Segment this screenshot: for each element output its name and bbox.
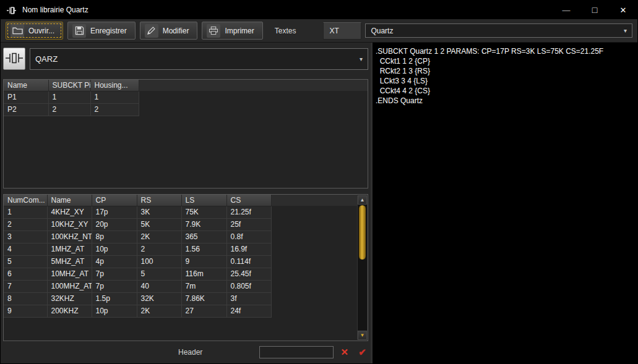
print-button[interactable]: Imprimer <box>202 22 262 40</box>
minimize-button[interactable]: — <box>552 1 580 19</box>
table-cell[interactable]: 1 <box>48 91 90 103</box>
table-cell[interactable]: 9 <box>181 255 226 268</box>
table-cell[interactable]: 4p <box>92 255 137 268</box>
table-cell[interactable]: 27 <box>181 305 226 317</box>
column-header[interactable]: Name <box>4 80 48 91</box>
column-header[interactable]: CP <box>92 195 137 206</box>
table-cell[interactable]: 32K <box>137 292 181 305</box>
table-cell[interactable]: 10KHZ_XY <box>47 218 92 231</box>
library-select[interactable]: Quartz ▾ <box>365 23 632 38</box>
table-cell[interactable]: 32KHZ <box>47 292 92 305</box>
table-cell[interactable]: 2 <box>48 103 90 116</box>
table-row[interactable]: 14KHZ_XY17p3K75K21.25f <box>4 206 357 218</box>
column-header[interactable]: Name <box>47 195 92 206</box>
table-cell[interactable]: 2 <box>4 218 47 231</box>
table-cell[interactable]: 25.45f <box>226 268 271 280</box>
table-cell[interactable]: 10MHZ_AT <box>47 268 92 280</box>
edit-button[interactable]: Modifier <box>140 22 198 40</box>
table-cell[interactable]: 7.86K <box>181 292 226 305</box>
cancel-button[interactable]: ✕ <box>338 345 350 359</box>
table-cell[interactable]: 7.9K <box>181 218 226 231</box>
table-cell[interactable]: 5K <box>137 218 181 231</box>
table-row[interactable]: P222 <box>4 103 368 116</box>
crystal-symbol-button[interactable] <box>3 48 25 70</box>
table-cell[interactable]: 10p <box>92 243 137 255</box>
table-cell[interactable]: 10p <box>92 305 137 317</box>
table-cell[interactable]: 1 <box>4 206 47 218</box>
save-button[interactable]: Enregistrer <box>67 22 136 40</box>
validate-button[interactable]: ✔ <box>356 345 368 359</box>
table-row[interactable]: 55MHZ_AT4p10090.114f <box>4 255 357 268</box>
header-input[interactable] <box>259 346 334 358</box>
table-cell[interactable]: 1.56 <box>181 243 226 255</box>
column-header[interactable]: RS <box>137 195 181 206</box>
column-header[interactable]: CS <box>226 195 271 206</box>
column-header[interactable]: SUBCKT Pin <box>48 80 90 91</box>
table-cell[interactable]: 9 <box>4 305 47 317</box>
table-cell[interactable]: 6 <box>4 268 47 280</box>
table-cell[interactable]: 1MHZ_AT <box>47 243 92 255</box>
table-cell[interactable]: 40 <box>137 280 181 292</box>
table-cell[interactable]: 21.25f <box>226 206 271 218</box>
component-select[interactable]: QARZ ▾ <box>30 48 368 70</box>
table-row[interactable]: 7100MHZ_AT7p407m0.805f <box>4 280 357 292</box>
table-cell[interactable]: 116m <box>181 268 226 280</box>
table-cell[interactable]: 7m <box>181 280 226 292</box>
table-cell[interactable]: 75K <box>181 206 226 218</box>
table-cell[interactable]: 3K <box>137 206 181 218</box>
table-cell[interactable]: 8 <box>4 292 47 305</box>
table-row[interactable]: 9200KHZ10p2K2724f <box>4 305 357 317</box>
table-cell[interactable]: 7p <box>92 280 137 292</box>
column-header[interactable]: Housing... <box>90 80 139 91</box>
table-cell[interactable]: 0.805f <box>226 280 271 292</box>
table-row[interactable]: 832KHZ1.5p32K7.86K3f <box>4 292 357 305</box>
scrollbar-thumb[interactable] <box>359 205 366 260</box>
table-row[interactable]: P111 <box>4 91 368 103</box>
maximize-button[interactable]: □ <box>580 1 609 19</box>
table-cell[interactable]: 100MHZ_AT <box>47 280 92 292</box>
tab-xt[interactable]: XT <box>323 22 361 40</box>
scroll-up-button[interactable]: ▲ <box>358 195 367 205</box>
table-cell[interactable]: 200KHZ <box>47 305 92 317</box>
table-row[interactable]: 3100KHZ_NT8p2K3650.8f <box>4 231 357 243</box>
table-cell[interactable]: 4 <box>4 243 47 255</box>
table-cell[interactable]: 3 <box>4 231 47 243</box>
table-cell[interactable]: 7p <box>92 268 137 280</box>
table-cell[interactable]: 5 <box>4 255 47 268</box>
table-cell[interactable]: 16.9f <box>226 243 271 255</box>
table-cell[interactable]: 365 <box>181 231 226 243</box>
table-cell[interactable]: 8p <box>92 231 137 243</box>
table-cell[interactable]: 3f <box>226 292 271 305</box>
table-cell[interactable]: 2 <box>137 243 181 255</box>
table-cell[interactable]: 2K <box>137 231 181 243</box>
table-cell[interactable]: 1 <box>90 91 139 103</box>
table-cell[interactable]: 17p <box>92 206 137 218</box>
table-row[interactable]: 610MHZ_AT7p5116m25.45f <box>4 268 357 280</box>
column-header[interactable]: LS <box>181 195 226 206</box>
table-cell[interactable]: 5 <box>137 268 181 280</box>
column-header[interactable]: NumCom... <box>4 195 47 206</box>
netlist-panel[interactable]: .SUBCKT Quartz 1 2 PARAMS: CP=17P RS=3K … <box>373 43 637 363</box>
table-cell[interactable]: P2 <box>4 103 48 116</box>
open-button[interactable]: Ouvrir... <box>6 22 63 40</box>
scroll-down-button[interactable]: ▼ <box>358 331 367 340</box>
table-cell[interactable]: P1 <box>4 91 48 103</box>
table-cell[interactable]: 20p <box>92 218 137 231</box>
table-cell[interactable]: 0.114f <box>226 255 271 268</box>
table-cell[interactable]: 24f <box>226 305 271 317</box>
tab-textes[interactable]: Textes <box>272 23 299 39</box>
table-cell[interactable]: 0.8f <box>226 231 271 243</box>
scrollbar-track[interactable] <box>358 205 367 331</box>
table-row[interactable]: 210KHZ_XY20p5K7.9K25f <box>4 218 357 231</box>
table-cell[interactable]: 5MHZ_AT <box>47 255 92 268</box>
table-cell[interactable]: 1.5p <box>92 292 137 305</box>
table-cell[interactable]: 2K <box>137 305 181 317</box>
vertical-scrollbar[interactable]: ▲ ▼ <box>357 195 367 340</box>
table-cell[interactable]: 4KHZ_XY <box>47 206 92 218</box>
table-cell[interactable]: 25f <box>226 218 271 231</box>
table-cell[interactable]: 7 <box>4 280 47 292</box>
table-cell[interactable]: 100KHZ_NT <box>47 231 92 243</box>
table-row[interactable]: 41MHZ_AT10p21.5616.9f <box>4 243 357 255</box>
close-button[interactable]: ✕ <box>609 1 637 19</box>
table-cell[interactable]: 2 <box>90 103 139 116</box>
